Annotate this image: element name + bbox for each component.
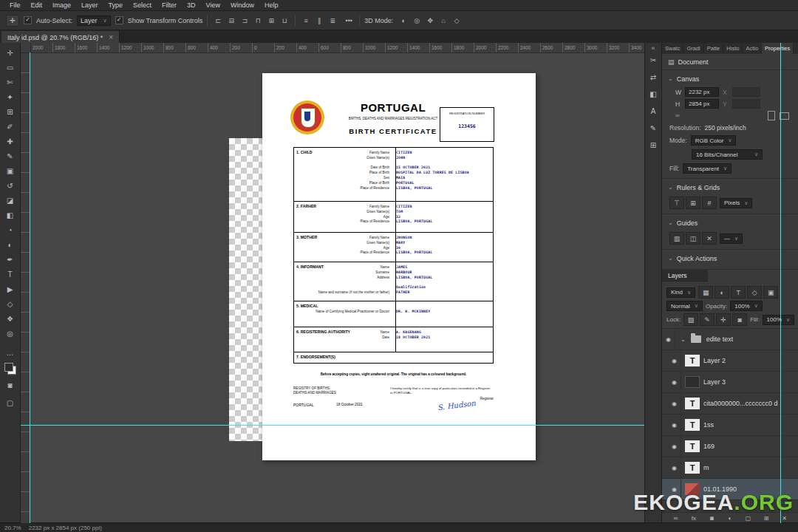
screen-mode-icon[interactable]: ▢ — [2, 395, 18, 410]
layer-visibility-icon[interactable]: ◉ — [662, 329, 675, 349]
move-tool-icon[interactable]: ✛ — [2, 45, 18, 60]
adjustments-panel-icon[interactable]: ◧ — [647, 89, 659, 99]
link-dimensions-icon[interactable]: ∞ — [675, 112, 680, 119]
align-center-horizontal-icon[interactable]: ⊟ — [225, 15, 237, 26]
dodge-tool-icon[interactable]: ◐ — [2, 237, 18, 252]
bit-depth-select[interactable]: 16 Bits/Channel ∨ — [692, 149, 763, 160]
lasso-tool-icon[interactable]: ✄ — [2, 75, 18, 89]
opacity-field[interactable]: 100% ∨ — [730, 301, 763, 311]
layer-visibility-icon[interactable]: ◉ — [668, 415, 681, 435]
layer-name[interactable]: 1ss — [703, 421, 714, 429]
layer-name[interactable]: 169 — [703, 443, 715, 450]
menu-item[interactable]: Help — [259, 1, 284, 9]
vertical-guide-right[interactable] — [780, 43, 781, 523]
panel-tab[interactable]: Gradi — [683, 43, 703, 54]
edit-toolbar-icon[interactable]: … — [2, 345, 18, 360]
swap-panel-icon[interactable]: ⇄ — [647, 72, 659, 82]
canvas-area[interactable]: 2000180016001400120010008006004002000200… — [21, 43, 644, 523]
x-field[interactable] — [732, 87, 760, 97]
group-chevron-icon[interactable]: ⌄ — [681, 336, 686, 343]
horizontal-ruler[interactable]: 2000180016001400120010008006004002000200… — [30, 43, 644, 53]
layer-row[interactable]: ◉ ⌄ T m — [662, 457, 798, 479]
healing-brush-tool-icon[interactable]: ✚ — [2, 134, 18, 149]
vertical-guide-left[interactable] — [30, 52, 30, 523]
layer-thumbnail[interactable]: T — [685, 419, 700, 431]
transparent-canvas-area[interactable] — [229, 138, 262, 441]
layer-row[interactable]: ◉ ⌄ Layer 3 — [662, 372, 798, 393]
layer-thumbnail[interactable]: T — [685, 398, 700, 409]
menu-item[interactable]: Edit — [26, 1, 48, 9]
layer-visibility-icon[interactable]: ◉ — [668, 372, 681, 392]
layer-name[interactable]: m — [703, 464, 709, 471]
brush-settings-panel-icon[interactable]: ✎ — [647, 123, 659, 133]
panel-tab[interactable]: Actio — [743, 43, 762, 54]
layer-visibility-icon[interactable]: ◉ — [668, 457, 681, 478]
quick-selection-tool-icon[interactable]: ✦ — [2, 89, 18, 104]
layers-panel-tab[interactable]: Layers — [662, 270, 708, 282]
menu-item[interactable]: File — [4, 1, 26, 9]
menu-item[interactable]: Layer — [76, 1, 103, 9]
toggle-grid-icon[interactable]: ⊞ — [686, 197, 700, 209]
distribute-horizontal-icon[interactable]: ∥ — [313, 15, 325, 26]
layer-row[interactable]: ◉ ⌄ edite text — [662, 329, 798, 350]
layer-visibility-icon[interactable]: ◉ — [668, 350, 681, 371]
document-tab[interactable]: Italy id.psd @ 20.7% (RGB/16) * × — [1, 31, 120, 44]
filter-pixel-layers-icon[interactable]: ▦ — [698, 286, 713, 299]
layer-name[interactable]: Layer 2 — [703, 357, 726, 364]
eyedropper-tool-icon[interactable]: ✐ — [2, 119, 18, 134]
character-panel-icon[interactable]: A — [647, 106, 659, 116]
clear-guides-icon[interactable]: ✕ — [702, 232, 717, 245]
brush-tool-icon[interactable]: ✎ — [2, 149, 18, 163]
y-field[interactable] — [732, 99, 760, 109]
layer-name[interactable]: Layer 3 — [703, 378, 726, 386]
quick-actions-header[interactable]: ⌄ Quick Actions — [668, 252, 792, 265]
guides-header[interactable]: ⌄ Guides — [668, 216, 792, 229]
history-brush-tool-icon[interactable]: ↺ — [2, 178, 18, 193]
rulers-grids-header[interactable]: ⌄ Rulers & Grids — [668, 181, 792, 194]
horizontal-guide[interactable] — [21, 425, 644, 426]
clone-stamp-tool-icon[interactable]: ▣ — [2, 163, 18, 178]
menu-item[interactable]: Image — [47, 1, 76, 9]
align-left-icon[interactable]: ⊏ — [212, 15, 224, 26]
distribute-spacing-icon[interactable]: ≣ — [327, 15, 338, 26]
auto-select-checkbox[interactable]: ✓ — [24, 16, 32, 24]
align-bottom-icon[interactable]: ⊔ — [279, 15, 290, 26]
layer-row[interactable]: ◉ ⌄ T cita0000000...ccccccc0 d — [662, 393, 798, 415]
layer-row[interactable]: ◉ ⌄ T 169 — [662, 436, 798, 457]
panel-tab[interactable]: Patte — [704, 43, 724, 54]
layer-thumbnail[interactable] — [685, 376, 700, 388]
portrait-orientation-icon[interactable] — [768, 111, 775, 120]
marquee-tool-icon[interactable]: ▭ — [2, 60, 18, 75]
layer-thumbnail[interactable]: T — [685, 440, 700, 452]
edit-toolbar-panel-icon[interactable]: ✂ — [647, 55, 659, 65]
3d-rotate-icon[interactable]: ◐ — [398, 15, 409, 26]
new-guide-layout-icon[interactable]: ▥ — [669, 232, 684, 245]
collapse-panels-icon[interactable]: « — [651, 44, 655, 52]
distribute-vertical-icon[interactable]: ≡ — [300, 15, 312, 26]
snap-icon[interactable]: # — [702, 197, 717, 209]
lock-all-icon[interactable]: ◙ — [732, 313, 747, 326]
3d-drag-icon[interactable]: ✥ — [424, 15, 436, 26]
show-transform-checkbox[interactable]: ✓ — [115, 16, 123, 24]
layer-fill-field[interactable]: 100% ∨ — [763, 315, 795, 325]
hand-tool-icon[interactable]: ❖ — [2, 311, 18, 326]
panel-tab[interactable]: Swatc — [662, 43, 683, 54]
blend-mode-select[interactable]: Normal ∨ — [666, 301, 703, 311]
color-mode-select[interactable]: RGB Color ∨ — [691, 135, 737, 146]
layer-row[interactable]: ◉ ⌄ T Layer 2 — [662, 350, 798, 372]
layer-visibility-icon[interactable]: ◉ — [668, 393, 681, 414]
filter-shape-layers-icon[interactable]: ◇ — [747, 286, 762, 299]
3d-scale-icon[interactable]: ◇ — [451, 15, 463, 26]
menu-item[interactable]: Window — [225, 1, 259, 9]
kind-filter-select[interactable]: Kind ∨ — [666, 287, 695, 298]
type-tool-icon[interactable]: T — [2, 267, 18, 282]
path-selection-tool-icon[interactable]: ▶ — [2, 282, 18, 296]
width-field[interactable]: 2232 px — [685, 87, 719, 97]
align-top-icon[interactable]: ⊓ — [252, 15, 264, 26]
layer-row[interactable]: ◉ ⌄ T 1ss — [662, 415, 798, 436]
menu-item[interactable]: 3D — [182, 1, 201, 9]
layer-name[interactable]: cita0000000...ccccccc0 d — [703, 400, 778, 407]
crop-tool-icon[interactable]: ⊞ — [2, 104, 18, 119]
panel-tab[interactable]: Histo — [723, 43, 743, 54]
layer-name[interactable]: edite text — [706, 335, 734, 343]
